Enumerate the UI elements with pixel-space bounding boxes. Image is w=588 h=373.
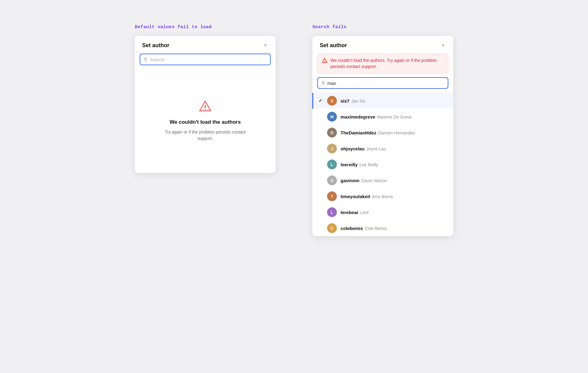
list-item[interactable]: MmaximedegreveMaxime De Greve (312, 109, 453, 125)
username: maximedegreve (341, 114, 375, 119)
realname: Gavin Nelson (361, 178, 387, 183)
avatar: M (327, 112, 337, 122)
right-search-input[interactable] (327, 81, 444, 86)
list-item[interactable]: GgavinmnGavin Nelson (312, 172, 453, 188)
realname: Damian Hernandez (378, 130, 415, 135)
right-search-box[interactable]: ⚲ (317, 77, 448, 89)
realname: Lérè (360, 210, 369, 215)
user-dropdown-list: ✓Ssix7Jan SixMmaximedegreveMaxime De Gre… (312, 92, 453, 236)
right-error-banner-text: We couldn't load the authors. Try again … (330, 58, 444, 70)
left-warning-icon (199, 100, 211, 114)
left-error-title: We couldn't load the authors (170, 119, 241, 125)
right-banner-warning-icon (322, 58, 327, 65)
user-info: timeyoutakeitAmy Burns (341, 194, 393, 199)
left-modal-header: Set author × (135, 36, 276, 54)
left-scenario: Default values fail to load Set author ×… (135, 24, 276, 173)
list-item[interactable]: DTheDamianHdezDamian Hernandez (312, 125, 453, 141)
avatar: D (327, 128, 337, 138)
list-item[interactable]: JohjoycelauJoyce Lau (312, 141, 453, 156)
left-modal-title: Set author (142, 42, 169, 49)
svg-rect-0 (205, 105, 206, 108)
list-item[interactable]: TtimeyoutakeitAmy Burns (312, 188, 453, 204)
list-item[interactable]: ✓Ssix7Jan Six (312, 93, 453, 109)
right-close-button[interactable]: × (440, 42, 446, 49)
svg-rect-2 (324, 60, 325, 61)
user-info: six7Jan Six (341, 98, 365, 104)
avatar: G (327, 175, 337, 185)
avatar: S (327, 96, 337, 106)
svg-point-1 (205, 109, 206, 110)
avatar: J (327, 144, 337, 153)
realname: Jan Six (351, 99, 365, 104)
user-info: gavinmnGavin Nelson (341, 178, 387, 183)
list-item[interactable]: CcolebemisCole Bemis (312, 220, 453, 236)
right-error-banner: We couldn't load the authors. Try again … (317, 54, 448, 73)
username: timeyoutakeit (341, 194, 370, 199)
selected-bar (312, 93, 313, 109)
checkmark-icon: ✓ (318, 98, 322, 104)
username: TheDamianHdez (341, 130, 376, 135)
left-search-icon: ⚲ (144, 57, 147, 62)
svg-point-3 (324, 62, 325, 62)
left-error-body: We couldn't load the authors Try again o… (135, 69, 276, 173)
left-scenario-label: Default values fail to load (135, 24, 212, 30)
avatar: C (327, 223, 337, 233)
right-search-icon: ⚲ (322, 80, 325, 86)
left-search-input[interactable] (150, 57, 266, 62)
left-search-wrap: ⚲ (135, 54, 276, 69)
check-col: ✓ (317, 98, 323, 104)
left-error-sub: Try again or if the problem persists con… (162, 129, 248, 142)
username: six7 (341, 98, 349, 104)
realname: Amy Burns (372, 194, 393, 199)
list-item[interactable]: LleereillyLee Reilly (312, 156, 453, 172)
left-close-button[interactable]: × (262, 42, 268, 49)
user-info: TheDamianHdezDamian Hernandez (341, 130, 415, 135)
right-search-wrap: ⚲ (312, 77, 453, 92)
right-modal-header: Set author × (312, 36, 453, 54)
username: ohjoycelau (341, 146, 364, 151)
avatar: L (327, 207, 337, 217)
realname: Joyce Lau (366, 146, 386, 151)
username: gavinmn (341, 178, 360, 183)
list-item[interactable]: LlerebearLérè (312, 204, 453, 220)
user-info: maximedegreveMaxime De Greve (341, 114, 412, 119)
avatar: T (327, 191, 337, 201)
username: lerebear (341, 210, 358, 215)
avatar: L (327, 160, 337, 169)
realname: Maxime De Greve (377, 115, 412, 119)
username: colebemis (341, 226, 363, 231)
user-info: ohjoycelauJoyce Lau (341, 146, 386, 151)
user-info: leereillyLee Reilly (341, 162, 378, 167)
right-modal-title: Set author (320, 42, 347, 49)
right-scenario: Search fails Set author × We couldn't lo… (312, 24, 453, 236)
user-info: colebemisCole Bemis (341, 226, 387, 231)
user-info: lerebearLérè (341, 210, 369, 215)
realname: Cole Bemis (365, 226, 387, 231)
right-modal: Set author × We couldn't load the author… (312, 36, 453, 236)
left-search-box[interactable]: ⚲ (140, 54, 271, 65)
right-scenario-label: Search fails (312, 24, 347, 30)
username: leereilly (341, 162, 358, 167)
realname: Lee Reilly (360, 162, 378, 167)
left-modal: Set author × ⚲ We couldn't load the auth… (135, 36, 276, 173)
